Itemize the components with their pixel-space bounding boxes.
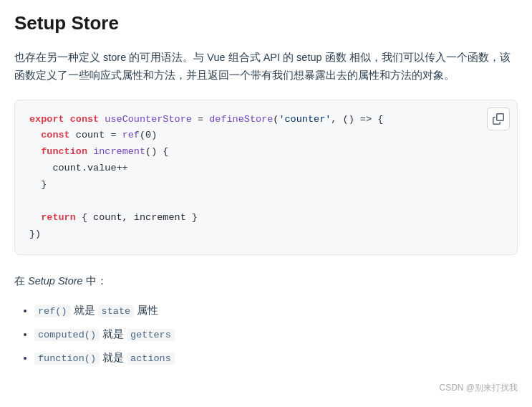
code-content: export const useCounterStore = defineSto…	[29, 112, 503, 244]
description-text: 也存在另一种定义 store 的可用语法。与 Vue 组合式 API 的 set…	[14, 49, 518, 85]
bullet-term-3: actions	[127, 353, 175, 365]
bullet-connector-2: 就是	[102, 328, 127, 340]
list-item: ref() 就是 state 属性	[34, 300, 518, 321]
watermark: CSDN @别来打扰我	[439, 382, 518, 394]
bullet-code-2: computed()	[34, 329, 100, 341]
bullet-code-3: function()	[34, 353, 100, 365]
bullet-term-1: state	[98, 305, 135, 317]
bullet-suffix-1: 属性	[137, 305, 158, 316]
bullet-term-2: getters	[127, 329, 175, 341]
bullet-code-1: ref()	[34, 305, 71, 317]
bullet-connector-1: 就是	[74, 305, 98, 316]
copy-button[interactable]	[487, 107, 510, 130]
bullet-connector-3: 就是	[102, 352, 127, 363]
list-item: function() 就是 actions	[34, 348, 518, 368]
copy-icon	[493, 113, 504, 125]
section-intro: 在 Setup Store 中：	[14, 272, 518, 290]
page-title: Setup Store	[14, 11, 518, 36]
list-item: computed() 就是 getters	[34, 324, 518, 345]
bullets-list: ref() 就是 state 属性 computed() 就是 getters …	[14, 300, 518, 368]
code-block-container: export const useCounterStore = defineSto…	[14, 100, 518, 256]
